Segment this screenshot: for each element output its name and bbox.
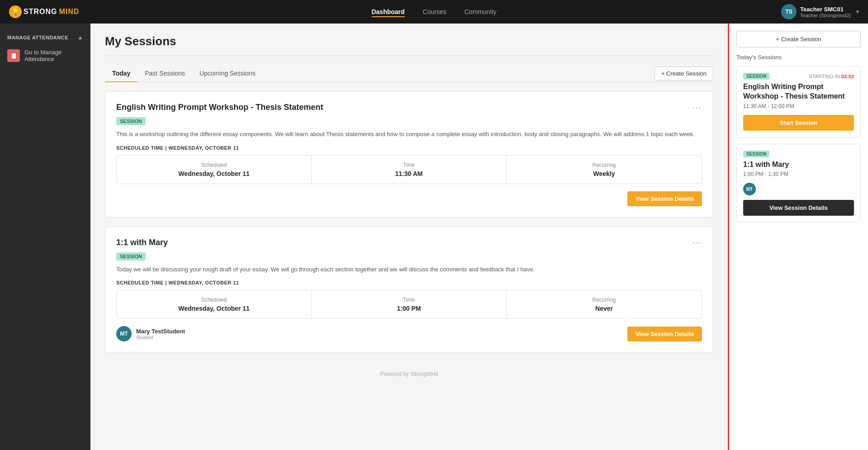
view-session-details-button-2[interactable]: View Session Details xyxy=(627,327,702,341)
rp-start-session-button-1[interactable]: Start Session xyxy=(743,115,854,131)
rp-session-title-1: English Writing Prompt Workshop - Thesis… xyxy=(743,82,854,101)
info-cell-recurring-1: Recurring Weekly xyxy=(507,156,702,184)
sidebar-section-manage-attendance: MANAGE ATTENDANCE ▲ xyxy=(0,31,90,44)
session-card-2: 1:1 with Mary ··· SESSION Today we will … xyxy=(105,227,713,353)
info-cell-scheduled-2: Scheduled Wednesday, October 11 xyxy=(117,290,312,318)
participant-details-2: Mary TestStudent Student xyxy=(136,328,185,340)
right-panel: + Create Session Today's Sessions SESSIO… xyxy=(728,24,868,450)
logo-mind: MIND xyxy=(59,8,79,16)
rp-participant-avatar-2: MT xyxy=(743,183,756,195)
session-recurring-1: Weekly xyxy=(516,170,693,177)
logo-strong: STRONG xyxy=(24,8,57,16)
scheduled-label-1: SCHEDULED TIME | WEDNESDAY, OCTOBER 11 xyxy=(116,145,702,151)
scheduled-date-2: Wednesday, October 11 xyxy=(126,305,302,312)
page-title: My Sessions xyxy=(105,34,713,48)
rp-session-time-2: 1:00 PM - 1:30 PM xyxy=(743,171,854,177)
divider xyxy=(105,56,713,56)
logo-icon: 💡 xyxy=(9,5,22,18)
rp-section-title: Today's Sessions xyxy=(736,54,861,61)
session-recurring-2: Never xyxy=(516,305,693,312)
rp-participant-2: MT xyxy=(743,183,854,195)
session-participant-2: MT Mary TestStudent Student xyxy=(116,326,627,341)
avatar: TS xyxy=(781,4,797,19)
powered-by: Powered by StrongMind xyxy=(105,362,713,386)
session-card-1-header: English Writing Prompt Workshop - Thesis… xyxy=(116,103,702,112)
chevron-down-icon: ▾ xyxy=(856,9,859,15)
logo[interactable]: 💡 STRONG MIND xyxy=(9,5,79,18)
session-title-1: English Writing Prompt Workshop - Thesis… xyxy=(116,103,323,112)
rp-badge-1: SESSION xyxy=(743,73,769,80)
nav-dashboard[interactable]: Dashboard xyxy=(371,6,404,17)
sidebar: MANAGE ATTENDANCE ▲ 📋 Go to Manage Atten… xyxy=(0,24,90,450)
info-grid-1: Scheduled Wednesday, October 11 Time 11:… xyxy=(116,155,702,184)
session-card-1: English Writing Prompt Workshop - Thesis… xyxy=(105,91,713,218)
attendance-icon: 📋 xyxy=(7,49,20,62)
session-footer-2: MT Mary TestStudent Student View Session… xyxy=(116,326,702,341)
rp-session-header-1: SESSION STARTING IN 03:02 xyxy=(743,73,854,80)
session-ellipsis-menu-2[interactable]: ··· xyxy=(693,238,702,247)
participant-role-2: Student xyxy=(136,335,185,340)
info-cell-time-2: Time 1:00 PM xyxy=(312,290,507,318)
main-content: My Sessions Today Past Sessions Upcoming… xyxy=(90,24,728,450)
session-card-2-header: 1:1 with Mary ··· xyxy=(116,238,702,247)
tab-past-sessions[interactable]: Past Sessions xyxy=(138,65,192,82)
info-grid-2: Scheduled Wednesday, October 11 Time 1:0… xyxy=(116,290,702,319)
nav-courses[interactable]: Courses xyxy=(423,6,446,17)
user-name: Teacher SMC01 xyxy=(800,6,851,13)
rp-starting-time-1: 03:02 xyxy=(841,74,854,79)
rp-create-session-button[interactable]: + Create Session xyxy=(736,31,861,47)
user-menu[interactable]: TS Teacher SMC01 Teacher (Strongmind2) ▾ xyxy=(781,4,859,19)
top-navigation: 💡 STRONG MIND Dashboard Courses Communit… xyxy=(0,0,868,24)
user-info: Teacher SMC01 Teacher (Strongmind2) xyxy=(800,6,851,18)
rp-session-title-2: 1:1 with Mary xyxy=(743,160,854,170)
sidebar-item-manage-attendance[interactable]: 📋 Go to Manage Attendance xyxy=(0,44,90,67)
nav-community[interactable]: Community xyxy=(465,6,497,17)
app-layout: MANAGE ATTENDANCE ▲ 📋 Go to Manage Atten… xyxy=(0,24,868,450)
user-role: Teacher (Strongmind2) xyxy=(800,13,851,18)
rp-session-card-2: SESSION 1:1 with Mary 1:00 PM - 1:30 PM … xyxy=(736,144,861,223)
sidebar-item-label: Go to Manage Attendance xyxy=(24,49,83,62)
info-cell-recurring-2: Recurring Never xyxy=(507,290,702,318)
session-title-2: 1:1 with Mary xyxy=(116,238,168,247)
session-desc-2: Today we will be discussing your rough d… xyxy=(116,265,702,274)
rp-session-time-1: 11:30 AM - 12:00 PM xyxy=(743,103,854,109)
session-time-2: 1:00 PM xyxy=(321,305,497,312)
rp-session-header-2: SESSION xyxy=(743,151,854,157)
participant-name-2: Mary TestStudent xyxy=(136,328,185,335)
scheduled-label-2: SCHEDULED TIME | WEDNESDAY, OCTOBER 11 xyxy=(116,280,702,285)
main-nav: Dashboard Courses Community xyxy=(371,6,496,17)
session-desc-1: This is a workshop outlining the differe… xyxy=(116,130,702,139)
rp-session-card-1: SESSION STARTING IN 03:02 English Writin… xyxy=(736,66,861,137)
session-footer-1: View Session Details xyxy=(116,191,702,206)
session-badge-2: SESSION xyxy=(116,252,146,261)
tab-today[interactable]: Today xyxy=(105,65,138,82)
session-ellipsis-menu-1[interactable]: ··· xyxy=(693,103,702,112)
chevron-up-icon: ▲ xyxy=(78,34,83,41)
rp-badge-2: SESSION xyxy=(743,151,769,157)
session-badge-1: SESSION xyxy=(116,117,146,125)
scheduled-date-1: Wednesday, October 11 xyxy=(126,170,302,177)
tabs-create-session-button[interactable]: + Create Session xyxy=(655,66,713,81)
tab-upcoming-sessions[interactable]: Upcoming Sessions xyxy=(192,65,263,82)
participant-avatar-2: MT xyxy=(116,326,132,341)
session-time-1: 11:30 AM xyxy=(321,170,497,177)
view-session-details-button-1[interactable]: View Session Details xyxy=(627,191,702,206)
rp-view-session-button-2[interactable]: View Session Details xyxy=(743,200,854,216)
tabs: Today Past Sessions Upcoming Sessions + … xyxy=(105,65,713,82)
info-cell-time-1: Time 11:30 AM xyxy=(312,156,507,184)
rp-starting-label-1: STARTING IN 03:02 xyxy=(809,74,854,79)
info-cell-scheduled-1: Scheduled Wednesday, October 11 xyxy=(117,156,312,184)
